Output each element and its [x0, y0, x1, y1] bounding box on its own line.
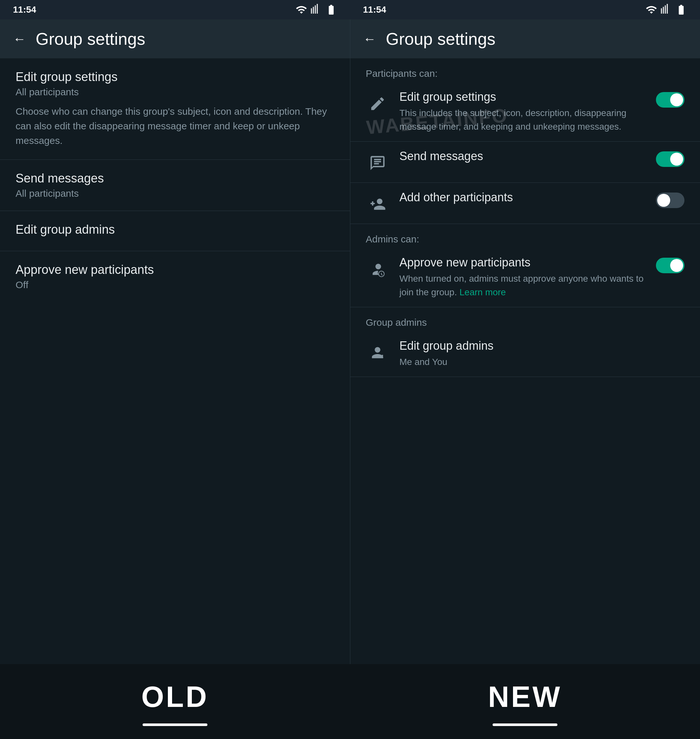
item-content: Send messages [400, 149, 646, 166]
right-back-button[interactable]: ← [363, 32, 376, 46]
toggle-send-messages[interactable] [656, 152, 684, 167]
left-nav-indicator [143, 723, 207, 726]
old-label: OLD [141, 680, 209, 714]
left-header: ← Group settings [0, 19, 350, 58]
toggle-switch[interactable] [656, 152, 684, 167]
item-desc: This includes the subject, icon, descrip… [400, 106, 646, 134]
list-item[interactable]: Edit group settings All participants Cho… [0, 58, 350, 160]
battery-icon [325, 4, 337, 16]
item-title: Add other participants [400, 191, 646, 204]
item-title: Edit group settings [400, 90, 646, 104]
right-settings-list: Participants can: Edit group settings Th… [350, 58, 700, 664]
toggle-switch[interactable] [656, 258, 684, 273]
person-clock-icon [366, 258, 389, 281]
bottom-left: OLD [0, 664, 350, 739]
item-title: Edit group admins [400, 339, 685, 353]
toggle-switch[interactable] [656, 193, 684, 208]
item-desc: Choose who can change this group's subje… [16, 104, 334, 148]
message-icon [366, 152, 389, 175]
toggle-knob [670, 153, 683, 166]
right-panel: ← Group settings Participants can: Edit … [350, 19, 700, 664]
new-settings-item-group-admins[interactable]: Edit group admins Me and You [350, 331, 700, 377]
right-status-bar: 11:54 [350, 0, 700, 19]
item-desc: When turned on, admins must approve anyo… [400, 272, 646, 299]
list-item[interactable]: Edit group admins [0, 211, 350, 251]
left-back-button[interactable]: ← [13, 32, 26, 46]
signal-icon-r [660, 4, 672, 16]
left-status-time: 11:54 [13, 4, 36, 15]
right-status-icons [646, 4, 687, 16]
toggle-knob [657, 194, 670, 207]
svg-point-0 [382, 355, 383, 356]
pencil-icon [366, 92, 389, 115]
signal-icon [310, 4, 322, 16]
item-subtitle: All participants [16, 188, 334, 199]
toggle-edit-settings[interactable] [656, 92, 684, 107]
left-panel: ← Group settings Edit group settings All… [0, 19, 350, 664]
item-subtitle: Me and You [400, 355, 685, 369]
item-title: Edit group settings [16, 70, 334, 84]
toggle-knob [670, 259, 683, 272]
toggle-switch[interactable] [656, 92, 684, 107]
left-status-bar: 11:54 [0, 0, 350, 19]
item-subtitle: All participants [16, 87, 334, 97]
list-item[interactable]: Approve new participants Off [0, 251, 350, 302]
battery-icon-r [675, 4, 687, 16]
item-title: Edit group admins [16, 223, 334, 237]
toggle-add-participants[interactable] [656, 193, 684, 208]
item-title: Approve new participants [16, 263, 334, 277]
bottom-right: NEW [350, 664, 700, 739]
approve-desc-text: When turned on, admins must approve anyo… [400, 274, 644, 297]
wifi-icon [296, 4, 307, 16]
item-content: Edit group admins Me and You [400, 339, 685, 369]
wifi-icon-r [646, 4, 657, 16]
toggle-approve-participants[interactable] [656, 258, 684, 273]
bottom-labels: OLD NEW [0, 664, 700, 739]
item-subtitle: Off [16, 280, 334, 290]
right-header-title: Group settings [386, 29, 496, 49]
new-settings-item-approve[interactable]: Approve new participants When turned on,… [350, 248, 700, 307]
left-status-icons [296, 4, 337, 16]
item-content: Approve new participants When turned on,… [400, 256, 646, 299]
section-label-group-admins: Group admins [350, 307, 700, 331]
new-settings-item-edit[interactable]: Edit group settings This includes the su… [350, 82, 700, 142]
new-label: NEW [488, 680, 562, 714]
left-header-title: Group settings [36, 29, 145, 49]
section-label-participants: Participants can: [350, 58, 700, 82]
item-title: Approve new participants [400, 256, 646, 269]
right-header: ← Group settings [350, 19, 700, 58]
person-gear-icon [366, 341, 389, 364]
list-item[interactable]: Send messages All participants [0, 160, 350, 211]
right-nav-indicator [493, 723, 557, 726]
add-person-icon [366, 193, 389, 216]
new-settings-item-add[interactable]: Add other participants [350, 183, 700, 224]
new-settings-item-send[interactable]: Send messages [350, 142, 700, 183]
section-label-admins: Admins can: [350, 224, 700, 248]
left-settings-list: Edit group settings All participants Cho… [0, 58, 350, 664]
item-content: Edit group settings This includes the su… [400, 90, 646, 134]
item-title: Send messages [16, 171, 334, 185]
item-content: Add other participants [400, 191, 646, 207]
right-status-time: 11:54 [363, 4, 386, 15]
learn-more-link[interactable]: Learn more [460, 287, 506, 297]
toggle-knob [670, 93, 683, 106]
item-title: Send messages [400, 149, 646, 163]
